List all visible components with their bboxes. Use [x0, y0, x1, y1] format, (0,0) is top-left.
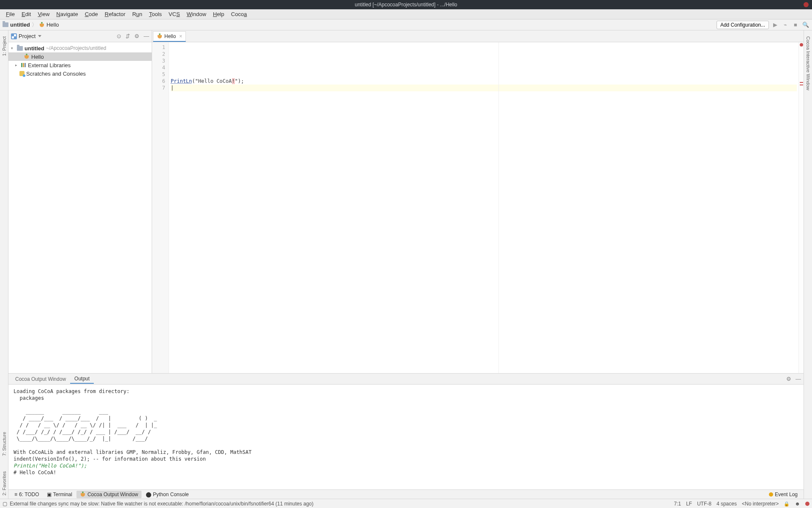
scratches-icon [19, 71, 25, 76]
window-title: untitled [~/ApcocoaProjects/untitled] - … [355, 2, 457, 8]
tree-extlib-label: External Libraries [28, 62, 71, 68]
locate-icon[interactable]: ⊙ [117, 33, 121, 39]
editor-body: 1 2 3 4 5 6 7 Pr [152, 42, 804, 373]
output-tab-bar: Cocoa Output Window Output ⚙ — [8, 374, 804, 385]
expand-all-icon[interactable]: ⇵ [125, 33, 130, 39]
error-mark[interactable] [800, 82, 803, 83]
tool-tab-cocoa-interactive[interactable]: Cocoa Interactive Window [805, 33, 812, 94]
settings-icon[interactable]: ⚙ [786, 376, 791, 382]
cocoa-file-icon [157, 33, 163, 39]
status-menu-icon[interactable]: ▢ [3, 501, 7, 507]
breadcrumb-file[interactable]: Hello [46, 22, 59, 28]
tool-tab-event-log[interactable]: Event Log [766, 491, 801, 498]
library-icon [21, 63, 26, 68]
center-area: Project ⊙ ⇵ ⚙ — ▾ untitled ~/ApcocoaProj… [8, 30, 804, 499]
line-gutter: 1 2 3 4 5 6 7 [152, 42, 169, 373]
editor-tab-bar: Hello × [152, 30, 804, 42]
menu-bar: File Edit View Navigate Code Refactor Ru… [0, 9, 812, 19]
editor-panel: Hello × 1 2 3 4 5 6 7 [152, 30, 804, 373]
tool-tab-structure[interactable]: 7: Structure [1, 429, 8, 459]
error-indicator-icon[interactable] [805, 502, 809, 506]
menu-edit[interactable]: Edit [18, 10, 34, 18]
hide-panel-icon[interactable]: — [796, 376, 801, 382]
expand-arrow-icon[interactable]: ▸ [15, 63, 19, 67]
menu-code[interactable]: Code [82, 10, 101, 18]
tool-tab-todo[interactable]: ≡6: TODO [11, 491, 43, 498]
tool-tab-project[interactable]: 1: Project [1, 33, 8, 59]
chevron-down-icon[interactable] [38, 35, 41, 37]
console-command: PrintLn("Hello CoCoA!"); [14, 463, 87, 469]
right-margin-guide [499, 42, 499, 373]
tree-scratches-label: Scratches and Consoles [26, 71, 86, 77]
console-text: Loading CoCoA packages from directory: p… [14, 388, 252, 462]
menu-tools[interactable]: Tools [146, 10, 165, 18]
error-stripe[interactable] [798, 42, 804, 373]
settings-icon[interactable]: ⚙ [134, 33, 139, 39]
status-line-separator[interactable]: LF [686, 501, 692, 507]
error-mark[interactable] [800, 85, 803, 85]
window-close-button[interactable] [804, 2, 809, 7]
tab-output[interactable]: Output [70, 374, 94, 384]
menu-cocoa[interactable]: Cocoa [228, 10, 251, 18]
debug-icon[interactable]: ⌁ [782, 21, 789, 29]
run-icon[interactable]: ▶ [771, 21, 779, 29]
status-encoding[interactable]: UTF-8 [697, 501, 711, 507]
line-number: 2 [152, 51, 165, 57]
project-view-icon [11, 33, 17, 39]
status-interpreter[interactable]: <No interpreter> [742, 501, 779, 507]
add-configuration-button[interactable]: Add Configuration... [717, 21, 769, 29]
output-tool-window: Cocoa Output Window Output ⚙ — Loading C… [8, 373, 804, 489]
bottom-tool-strip: ≡6: TODO ▣Terminal Cocoa Output Window ⬤… [8, 489, 804, 499]
tool-tab-python-console[interactable]: ⬤Python Console [142, 491, 192, 498]
console-output[interactable]: Loading CoCoA packages from directory: p… [8, 385, 804, 489]
tree-file-hello[interactable]: Hello [8, 52, 152, 61]
inspection-icon[interactable]: ☻ [795, 501, 800, 507]
breadcrumb-separator: 〉 [32, 21, 37, 29]
breadcrumb: untitled 〉 Hello [3, 21, 59, 29]
tool-tab-cocoa-output[interactable]: Cocoa Output Window [76, 491, 142, 498]
folder-icon [17, 46, 23, 51]
tree-external-libraries[interactable]: ▸ External Libraries [8, 61, 152, 69]
console-result: # Hello CoCoA! [14, 470, 56, 475]
hide-panel-icon[interactable]: — [144, 33, 149, 39]
tab-cocoa-output[interactable]: Cocoa Output Window [11, 375, 70, 383]
menu-vcs[interactable]: VCS [165, 10, 183, 18]
tool-tab-terminal[interactable]: ▣Terminal [44, 491, 76, 498]
menu-navigate[interactable]: Navigate [53, 10, 81, 18]
error-indicator-icon[interactable] [800, 43, 803, 46]
editor-tab-label: Hello [164, 33, 176, 39]
menu-file[interactable]: File [3, 10, 18, 18]
menu-help[interactable]: Help [210, 10, 228, 18]
line-number: 7 [152, 85, 165, 91]
project-tool-window: Project ⊙ ⇵ ⚙ — ▾ untitled ~/ApcocoaProj… [8, 30, 152, 373]
breadcrumb-project[interactable]: untitled [10, 22, 30, 28]
cocoa-file-icon [80, 492, 86, 497]
menu-run[interactable]: Run [129, 10, 146, 18]
readonly-lock-icon[interactable] [784, 501, 790, 507]
tree-file-label: Hello [31, 54, 44, 60]
menu-view[interactable]: View [34, 10, 53, 18]
code-editor[interactable]: PrintLn("Hello CoCoA!"); | [169, 42, 798, 373]
tree-scratches[interactable]: Scratches and Consoles [8, 69, 152, 78]
close-tab-icon[interactable]: × [179, 33, 182, 39]
tool-tab-favorites[interactable]: 2: Favorites [1, 468, 8, 499]
right-tool-strip: Cocoa Interactive Window [804, 30, 812, 499]
navigation-bar: untitled 〉 Hello Add Configuration... ▶ … [0, 19, 812, 30]
warning-icon [769, 492, 773, 497]
editor-tab-hello[interactable]: Hello × [153, 31, 186, 42]
cocoa-file-icon [24, 54, 30, 60]
status-cursor-position[interactable]: 7:1 [674, 501, 681, 507]
expand-arrow-icon[interactable]: ▾ [11, 46, 15, 50]
left-tool-strip: 1: Project 7: Structure 2: Favorites [0, 30, 8, 499]
caret-line: | [171, 85, 797, 91]
menu-window[interactable]: Window [183, 10, 210, 18]
status-indent[interactable]: 4 spaces [717, 501, 737, 507]
code-token-fn: PrintLn [171, 78, 192, 84]
menu-refactor[interactable]: Refactor [101, 10, 129, 18]
tree-root[interactable]: ▾ untitled ~/ApcocoaProjects/untitled [8, 44, 152, 52]
search-everywhere-icon[interactable]: 🔍 [802, 21, 809, 29]
stop-icon[interactable]: ■ [792, 21, 799, 29]
project-tree: ▾ untitled ~/ApcocoaProjects/untitled He… [8, 42, 152, 79]
project-view-selector[interactable]: Project [19, 33, 35, 39]
line-number: 5 [152, 71, 165, 78]
